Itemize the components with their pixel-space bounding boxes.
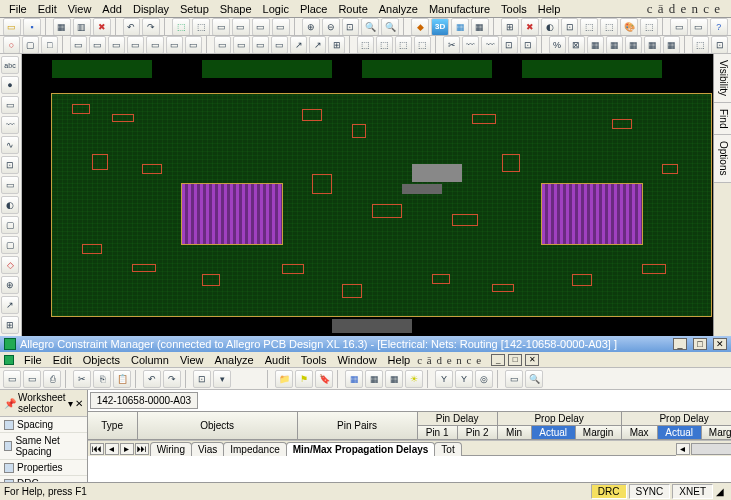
tool-icon[interactable]: ▭ [166, 36, 183, 54]
tool-icon[interactable]: 〰 [462, 36, 479, 54]
hscroll-track[interactable] [691, 443, 731, 455]
tool-icon[interactable]: ▭ [108, 36, 125, 54]
tool-icon[interactable]: ▭ [70, 36, 87, 54]
undo-icon[interactable]: ↶ [123, 18, 141, 36]
col-pin1[interactable]: Pin 1 [418, 426, 458, 440]
save-icon[interactable]: ▭ [23, 370, 41, 388]
tool-icon[interactable]: □ [41, 36, 58, 54]
cm-child-close[interactable]: □ [508, 354, 522, 366]
tool-icon[interactable]: ▭ [212, 18, 230, 36]
menu-logic[interactable]: Logic [258, 2, 294, 16]
tool-icon[interactable]: ⊠ [568, 36, 585, 54]
cm-menu-objects[interactable]: Objects [78, 353, 125, 367]
tab-wiring[interactable]: Wiring [150, 442, 192, 456]
tool-icon[interactable]: ⊡ [711, 36, 728, 54]
col-actual2[interactable]: Actual [658, 426, 702, 440]
tool-icon[interactable]: ▦ [606, 36, 623, 54]
col-margin2[interactable]: Margin [702, 426, 731, 440]
status-drc[interactable]: DRC [591, 484, 627, 499]
tool-icon[interactable]: ✖ [521, 18, 539, 36]
tool-icon[interactable]: % [549, 36, 566, 54]
tool-icon[interactable]: ▦ [365, 370, 383, 388]
tool-icon[interactable]: ↗ [290, 36, 307, 54]
tool-icon[interactable]: ⬚ [357, 36, 374, 54]
minimize-button[interactable]: _ [673, 338, 687, 350]
tool-icon[interactable]: ▭ [505, 370, 523, 388]
ws-item-samenet[interactable]: Same Net Spacing [0, 433, 87, 460]
sun-icon[interactable]: ☀ [405, 370, 423, 388]
cm-menu-edit[interactable]: Edit [48, 353, 77, 367]
tool-icon[interactable]: ▦ [587, 36, 604, 54]
col-min[interactable]: Min [498, 426, 532, 440]
tool-icon[interactable]: ↗ [309, 36, 326, 54]
cm-menu-tools[interactable]: Tools [296, 353, 332, 367]
print-icon[interactable]: ⎙ [43, 370, 61, 388]
ws-dropdown-icon[interactable]: ▾ [68, 398, 73, 409]
copy-icon[interactable]: ⎘ [93, 370, 111, 388]
close-button[interactable]: ✕ [713, 338, 727, 350]
tool-icon[interactable]: ▢ [22, 36, 39, 54]
menu-edit[interactable]: Edit [33, 2, 62, 16]
tool-icon[interactable]: ⊞ [328, 36, 345, 54]
tab-impedance[interactable]: Impedance [223, 442, 286, 456]
tool-icon[interactable]: ▭ [252, 18, 270, 36]
tool-icon[interactable]: ∿ [1, 136, 19, 154]
tool-icon[interactable]: ▭ [146, 36, 163, 54]
col-pin2[interactable]: Pin 2 [458, 426, 498, 440]
tool-icon[interactable]: ▦ [345, 370, 363, 388]
tool-icon[interactable]: ▭ [271, 36, 288, 54]
menu-view[interactable]: View [63, 2, 97, 16]
tab-vias[interactable]: Vias [191, 442, 224, 456]
tool-icon[interactable]: ⊞ [501, 18, 519, 36]
tool-icon[interactable]: ▭ [89, 36, 106, 54]
status-xnet[interactable]: XNET [672, 484, 713, 499]
tool-icon[interactable]: ▢ [1, 236, 19, 254]
zoom-out-icon[interactable]: ⊖ [322, 18, 340, 36]
tool-icon[interactable]: ▭ [233, 36, 250, 54]
tool-icon[interactable]: ▢ [1, 216, 19, 234]
col-margin[interactable]: Margin [576, 426, 622, 440]
tool-icon[interactable]: ⬚ [395, 36, 412, 54]
tool-icon[interactable]: ⬚ [192, 18, 210, 36]
menu-route[interactable]: Route [333, 2, 372, 16]
bookmark-icon[interactable]: 🔖 [315, 370, 333, 388]
resize-grip-icon[interactable]: ◢ [713, 486, 727, 497]
tool-icon[interactable]: ▭ [185, 36, 202, 54]
help-icon[interactable]: ? [710, 18, 728, 36]
tool-icon[interactable]: ⊞ [1, 316, 19, 334]
tool-icon[interactable]: ▭ [232, 18, 250, 36]
tool-icon[interactable]: 〰 [481, 36, 498, 54]
tool-icon[interactable]: ⬚ [376, 36, 393, 54]
tool-icon[interactable]: ▥ [73, 18, 91, 36]
col-pinpairs[interactable]: Pin Pairs [298, 412, 418, 440]
ws-item-spacing[interactable]: Spacing [0, 417, 87, 433]
tool-icon[interactable]: ↗ [1, 296, 19, 314]
tab-nav-prev[interactable]: ◂ [105, 443, 119, 455]
undo-icon[interactable]: ↶ [143, 370, 161, 388]
cm-titlebar[interactable]: Allegro Constraint Manager (connected to… [0, 336, 731, 352]
tool-icon[interactable]: ▭ [214, 36, 231, 54]
tool-icon[interactable]: ▦ [644, 36, 661, 54]
tool-icon[interactable]: ⬚ [414, 36, 431, 54]
open-icon[interactable]: ▭ [3, 370, 21, 388]
tool-icon[interactable]: ▭ [670, 18, 688, 36]
tool-icon[interactable]: ▦ [663, 36, 680, 54]
cm-menu-analyze[interactable]: Analyze [210, 353, 259, 367]
redo-icon[interactable]: ↷ [163, 370, 181, 388]
tool-icon[interactable]: ● [1, 76, 19, 94]
cm-menu-column[interactable]: Column [126, 353, 174, 367]
menu-setup[interactable]: Setup [175, 2, 214, 16]
paste-icon[interactable]: 📋 [113, 370, 131, 388]
tool-icon[interactable]: ⊡ [501, 36, 518, 54]
tool-icon[interactable]: ▭ [1, 96, 19, 114]
abc-icon[interactable]: abc [1, 56, 19, 74]
menu-analyze[interactable]: Analyze [374, 2, 423, 16]
tab-nav-first[interactable]: ⏮ [90, 443, 104, 455]
tool-icon[interactable]: ◐ [1, 196, 19, 214]
search-icon[interactable]: 🔍 [525, 370, 543, 388]
tool-icon[interactable]: ⊡ [193, 370, 211, 388]
menu-help[interactable]: Help [533, 2, 566, 16]
tool-icon[interactable]: ▭ [1, 176, 19, 194]
tool-icon[interactable]: ⬚ [172, 18, 190, 36]
hscroll-left[interactable]: ◂ [676, 443, 690, 455]
